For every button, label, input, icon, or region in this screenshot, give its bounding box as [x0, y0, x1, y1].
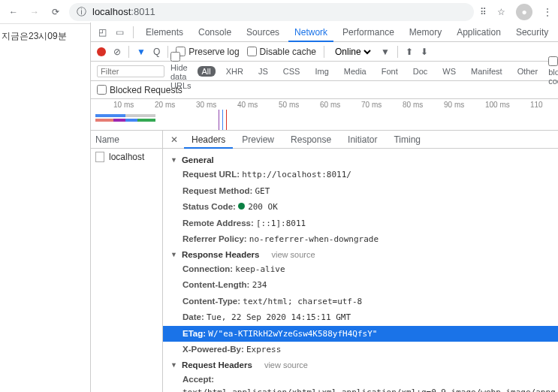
- inspect-icon[interactable]: ◰: [95, 27, 110, 38]
- document-icon: [95, 152, 104, 162]
- url-port: :8011: [131, 6, 155, 17]
- filter-type-all[interactable]: All: [198, 66, 216, 77]
- record-button[interactable]: [97, 47, 106, 56]
- filter-type-css[interactable]: CSS: [279, 66, 305, 77]
- address-bar[interactable]: ⓘ localhost:8011: [69, 3, 474, 21]
- timeline-bar: [95, 119, 155, 122]
- tab-performance[interactable]: Performance: [336, 23, 400, 42]
- request-detail-pane: ✕ Headers Preview Response Initiator Tim…: [163, 131, 558, 392]
- tab-security[interactable]: Security: [510, 23, 554, 42]
- disable-cache-checkbox[interactable]: Disable cache: [247, 47, 316, 57]
- tab-console[interactable]: Console: [192, 23, 237, 42]
- filter-type-doc[interactable]: Doc: [409, 66, 433, 77]
- translate-icon[interactable]: ⠿: [480, 7, 487, 17]
- headers-body: ▼General Request URL: http://localhost:8…: [163, 149, 558, 392]
- forward-button[interactable]: →: [27, 5, 42, 20]
- timeline-overview[interactable]: 10 ms 20 ms 30 ms 40 ms 50 ms 60 ms 70 m…: [91, 99, 558, 131]
- filter-type-xhr[interactable]: XHR: [222, 66, 248, 77]
- tab-application[interactable]: Application: [451, 23, 507, 42]
- filter-input[interactable]: [97, 65, 164, 77]
- filter-toggle-icon[interactable]: ▼: [137, 47, 146, 57]
- filter-bar: Hide data URLs All XHR JS CSS Img Media …: [91, 62, 558, 81]
- devtools-panel: ◰ ▭ Elements Console Sources Network Per…: [90, 23, 558, 392]
- tab-network[interactable]: Network: [288, 23, 333, 42]
- device-icon[interactable]: ▭: [113, 27, 127, 38]
- info-icon: ⓘ: [77, 5, 86, 19]
- view-source-link[interactable]: view source: [264, 360, 308, 369]
- back-button[interactable]: ←: [6, 5, 21, 20]
- request-list-header[interactable]: Name: [91, 131, 162, 149]
- request-item-localhost[interactable]: localhost: [91, 149, 162, 165]
- page-body-text: 지금은23시09분: [2, 30, 67, 43]
- detail-tab-timing[interactable]: Timing: [386, 131, 428, 149]
- filter-type-font[interactable]: Font: [377, 66, 403, 77]
- section-response-headers[interactable]: ▼Response Headersview source: [163, 248, 558, 261]
- section-request-headers[interactable]: ▼Request Headersview source: [163, 358, 558, 372]
- filter-type-js[interactable]: JS: [254, 66, 273, 77]
- detail-tab-initiator[interactable]: Initiator: [340, 131, 385, 149]
- upload-icon[interactable]: ⬆: [406, 47, 413, 57]
- tab-memory[interactable]: Memory: [403, 23, 448, 42]
- detail-tab-preview[interactable]: Preview: [234, 131, 282, 149]
- tab-sources[interactable]: Sources: [240, 23, 285, 42]
- profile-icon[interactable]: ●: [516, 4, 532, 20]
- view-source-link[interactable]: view source: [271, 250, 315, 259]
- request-list: Name localhost: [91, 131, 163, 392]
- filter-type-manifest[interactable]: Manifest: [466, 66, 507, 77]
- browser-toolbar: ← → ⟳ ⓘ localhost:8011 ⠿ ☆ ● ⋮: [0, 0, 558, 24]
- reload-button[interactable]: ⟳: [48, 5, 63, 20]
- blocked-requests-row[interactable]: Blocked Requests: [91, 81, 558, 99]
- search-icon[interactable]: Q: [153, 47, 160, 57]
- tab-elements[interactable]: Elements: [140, 23, 189, 42]
- menu-icon[interactable]: ⋮: [543, 7, 552, 17]
- filter-type-other[interactable]: Other: [513, 66, 543, 77]
- section-general[interactable]: ▼General: [163, 153, 558, 167]
- bookmark-icon[interactable]: ☆: [497, 7, 505, 17]
- detail-tab-response[interactable]: Response: [283, 131, 339, 149]
- status-dot-icon: [238, 203, 245, 210]
- close-detail-icon[interactable]: ✕: [166, 134, 182, 145]
- network-toolbar: ⊘ ▼ Q Preserve log Disable cache Online …: [91, 42, 558, 62]
- header-etag-highlighted[interactable]: ETag: W/"ea-KTIRkH2wYzeGsw4K588yfH4QfsY": [163, 326, 558, 342]
- timeline-bar: [95, 114, 155, 117]
- devtools-tabs: ◰ ▭ Elements Console Sources Network Per…: [91, 23, 558, 42]
- filter-type-media[interactable]: Media: [339, 66, 371, 77]
- throttling-select[interactable]: Online: [332, 46, 373, 58]
- filter-type-ws[interactable]: WS: [438, 66, 460, 77]
- filter-type-img[interactable]: Img: [310, 66, 333, 77]
- clear-button[interactable]: ⊘: [113, 47, 121, 57]
- url-host: localhost: [92, 6, 131, 17]
- detail-tab-headers[interactable]: Headers: [184, 131, 233, 149]
- download-icon[interactable]: ⬇: [421, 47, 428, 57]
